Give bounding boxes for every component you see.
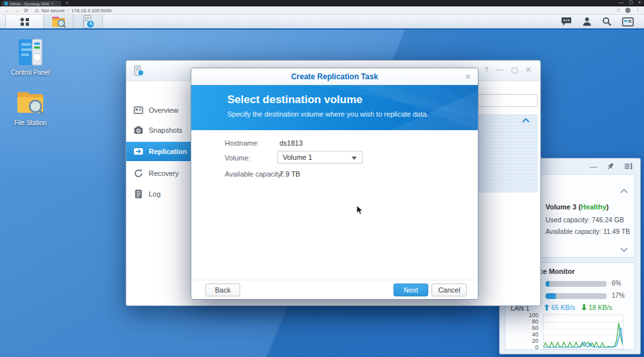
back-button[interactable]: Back	[205, 284, 240, 296]
desktop-icon-label: Control Panel	[11, 69, 50, 76]
app-sidebar: Overview Snapshots Replication	[126, 81, 194, 305]
new-tab-button[interactable]: +	[66, 0, 69, 6]
widgets-panel-icon[interactable]	[622, 17, 634, 26]
volume-select[interactable]: Volume 1	[278, 151, 363, 164]
file-station-desktop-icon	[15, 88, 45, 117]
dialog-title: Create Replication Task	[291, 72, 378, 81]
dialog-subheading: Specify the destination volume where you…	[227, 110, 428, 118]
sidebar-item-log[interactable]: Log	[126, 186, 194, 202]
maximize-button[interactable]: ▢	[511, 66, 517, 74]
lan-download: 18 KB/s	[582, 304, 612, 311]
forward-icon[interactable]: →	[14, 8, 19, 14]
download-arrow-icon	[582, 304, 587, 311]
desktop-icon-control-panel[interactable]: Control Panel	[1, 37, 60, 76]
cancel-button[interactable]: Cancel	[431, 284, 467, 296]
minimize-button[interactable]: —	[496, 66, 503, 74]
widget-minimize-icon[interactable]: —	[590, 162, 597, 170]
sidebar-item-recovery[interactable]: Recovery	[126, 166, 194, 181]
sidebar-item-label: Recovery	[149, 169, 178, 177]
desktop-icon-label: File Station	[14, 119, 46, 126]
pin-icon[interactable]	[607, 162, 614, 170]
control-panel-icon	[15, 37, 45, 67]
sidebar-item-label: Log	[149, 190, 160, 198]
search-icon[interactable]	[602, 17, 612, 26]
help-button[interactable]: ?	[484, 66, 489, 74]
ram-usage-bar-fill	[545, 293, 556, 299]
bookmark-icon[interactable]: ☆	[616, 7, 621, 13]
section-collapse-chevron-icon[interactable]	[522, 118, 530, 123]
tab-close-icon[interactable]: ×	[51, 1, 53, 6]
next-button[interactable]: Next	[393, 284, 428, 296]
browser-tab[interactable]: Offsite - Synology NAS ×	[2, 1, 61, 6]
sidebar-item-label: Snapshots	[149, 126, 182, 134]
warning-icon: ⚠	[35, 8, 39, 14]
sidebar-item-snapshots[interactable]: Snapshots	[126, 122, 194, 138]
browser-menu-icon[interactable]: ⋮	[635, 7, 640, 13]
volume-select-value: Volume 1	[283, 153, 312, 161]
log-icon	[133, 189, 144, 199]
url-separator: |	[68, 8, 69, 14]
back-icon[interactable]: ←	[5, 8, 10, 14]
tab-title: Offsite - Synology NAS	[10, 2, 49, 6]
dsm-taskbar	[0, 15, 644, 30]
lan-chart	[543, 314, 623, 349]
window-close-button[interactable]: ✕	[526, 66, 531, 74]
security-label: Not secure	[41, 8, 64, 14]
cpu-usage-bar	[545, 281, 607, 287]
replication-icon	[133, 146, 144, 157]
dialog-close-button[interactable]: ×	[466, 68, 471, 85]
sidebar-item-label: Overview	[149, 106, 178, 114]
hostname-value: ds1813	[279, 139, 303, 147]
browser-maximize-button[interactable]: ▢	[629, 0, 633, 5]
hostname-label: Hostname:	[225, 139, 259, 147]
available-capacity-value: 7.9 TB	[279, 170, 300, 178]
ram-usage-label: 17%	[612, 292, 625, 299]
create-replication-task-dialog: Create Replication Task × Select destina…	[191, 68, 478, 300]
browser-tabbar: Offsite - Synology NAS × + — ▢ ×	[0, 0, 644, 6]
desktop-icon-file-station[interactable]: File Station	[1, 88, 60, 126]
sidebar-item-overview[interactable]: Overview	[126, 102, 194, 118]
dialog-banner: Select destination volume Specify the de…	[191, 85, 478, 130]
browser-addressbar: ← → ⟳ ⚠ Not secure | 178.16.4.100:5000 ☆…	[0, 6, 644, 15]
reload-icon[interactable]: ⟳	[24, 8, 28, 14]
browser-minimize-button[interactable]: —	[619, 0, 623, 5]
taskbar-tray	[561, 15, 644, 28]
sidebar-item-replication[interactable]: Replication	[126, 142, 194, 161]
volume-title: Volume 3 (Healthy)	[545, 203, 609, 211]
dialog-heading: Select destination volume	[227, 93, 363, 106]
cpu-usage-bar-fill	[545, 281, 549, 287]
chevron-down-icon[interactable]	[620, 247, 628, 252]
overview-icon	[133, 105, 144, 115]
browser-avatar[interactable]	[625, 8, 630, 13]
browser-close-button[interactable]: ×	[638, 0, 641, 5]
select-caret-icon	[352, 157, 357, 160]
dialog-titlebar[interactable]: Create Replication Task ×	[191, 68, 478, 85]
ram-usage-bar	[545, 293, 607, 299]
lan-upload: 65 KB/s	[544, 304, 575, 311]
addressbar-right: ☆ ⋮	[616, 7, 640, 13]
taskbar-file-station-button[interactable]	[44, 15, 73, 28]
app-window-controls: ? — ▢ ✕	[484, 66, 531, 74]
snapshot-replication-icon	[81, 15, 95, 29]
volume-status: Healthy	[581, 203, 607, 211]
tab-favicon-icon	[5, 2, 8, 5]
banner-pattern	[191, 85, 478, 130]
user-icon[interactable]	[582, 17, 592, 26]
main-menu-icon	[20, 17, 30, 26]
volume-label: Volume:	[225, 154, 251, 162]
cpu-usage-label: 6%	[612, 280, 621, 287]
main-menu-button[interactable]	[5, 15, 44, 28]
lan-chart-ylabels: 100806040200	[525, 314, 540, 349]
chat-icon[interactable]	[561, 17, 572, 26]
available-capacity-label: Available capacity:	[225, 170, 283, 178]
collapse-panel-icon[interactable]	[624, 162, 632, 170]
sidebar-item-label: Replication	[149, 148, 187, 155]
url-text: 178.16.4.100:5000	[71, 8, 112, 14]
mouse-cursor	[356, 205, 364, 215]
upload-arrow-icon	[544, 304, 549, 311]
url-field[interactable]: ⚠ Not secure | 178.16.4.100:5000	[35, 8, 112, 14]
volume-available-capacity: Available capacity: 11.49 TB	[545, 227, 630, 235]
chevron-up-icon[interactable]	[620, 189, 628, 193]
taskbar-snapshot-replication-button[interactable]	[73, 15, 103, 28]
recovery-icon	[133, 168, 144, 179]
